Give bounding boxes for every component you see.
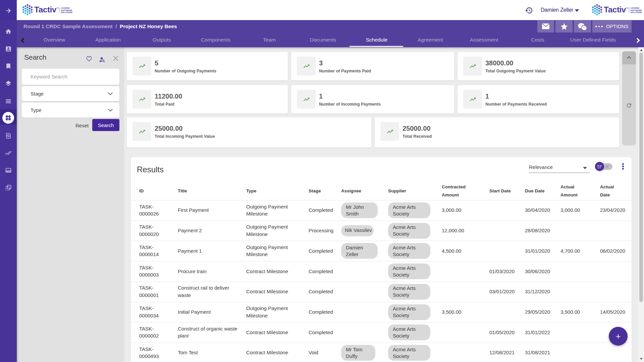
svg-text:TM: TM <box>626 7 629 9</box>
svg-text:TM: TM <box>57 7 59 9</box>
svg-text:LEADING: LEADING <box>631 7 640 9</box>
svg-text:Tactiv: Tactiv <box>604 5 626 14</box>
svg-text:SOFTWARE: SOFTWARE <box>61 9 72 11</box>
svg-text:SOLUTIONS: SOLUTIONS <box>61 11 73 13</box>
svg-text:SOLUTIONS: SOLUTIONS <box>631 11 642 13</box>
svg-text:SOFTWARE: SOFTWARE <box>631 9 642 11</box>
svg-text:Tactiv: Tactiv <box>34 5 57 14</box>
svg-text:LEADING: LEADING <box>61 7 70 9</box>
